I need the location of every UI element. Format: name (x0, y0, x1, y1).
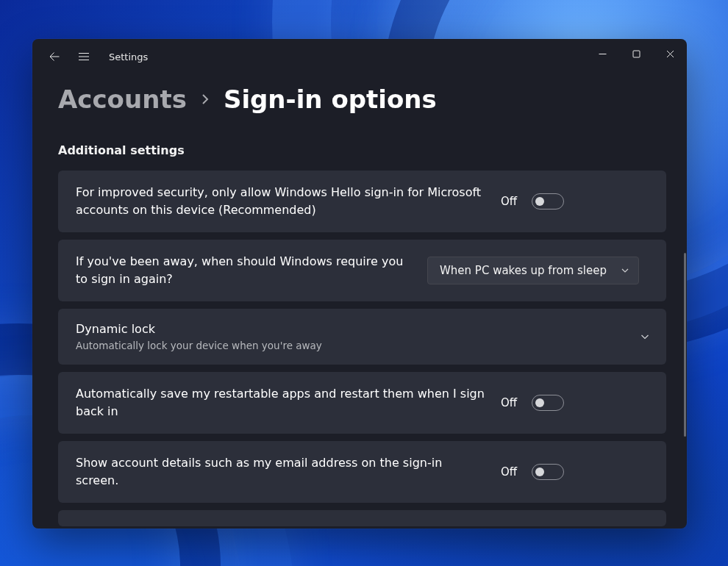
setting-label: Show account details such as my email ad… (76, 454, 488, 490)
minimize-button[interactable] (585, 42, 619, 65)
close-button[interactable] (653, 42, 687, 65)
toggle-knob-icon (535, 468, 544, 476)
toggle-state-label: Off (501, 465, 517, 479)
toggle-show-account-details[interactable] (532, 464, 564, 480)
setting-label: Automatically save my restartable apps a… (76, 385, 488, 420)
hamburger-icon (78, 51, 90, 62)
setting-windows-hello-only: For improved security, only allow Window… (58, 171, 666, 232)
maximize-icon (632, 50, 640, 58)
toggle-knob-icon (535, 197, 544, 206)
back-button[interactable] (40, 42, 69, 71)
setting-require-signin: If you've been away, when should Windows… (58, 240, 666, 301)
svg-rect-0 (633, 51, 640, 57)
setting-partial (58, 510, 666, 526)
section-heading: Additional settings (58, 143, 666, 157)
setting-label: If you've been away, when should Windows… (76, 253, 414, 288)
arrow-left-icon (49, 51, 60, 62)
chevron-right-icon (200, 94, 210, 104)
breadcrumb: Accounts Sign-in options (58, 85, 666, 114)
dropdown-value: When PC wakes up from sleep (440, 264, 613, 277)
chevron-down-icon (640, 332, 650, 342)
toggle-restart-apps[interactable] (532, 395, 564, 411)
window-title: Settings (109, 51, 148, 62)
toggle-state-label: Off (501, 396, 517, 409)
breadcrumb-current: Sign-in options (224, 85, 437, 114)
setting-title: Dynamic lock (76, 320, 488, 338)
content-area: Accounts Sign-in options Additional sett… (32, 74, 687, 529)
close-icon (666, 50, 674, 58)
settings-list: For improved security, only allow Window… (58, 171, 666, 526)
setting-restart-apps: Automatically save my restartable apps a… (58, 372, 666, 434)
chevron-down-icon (621, 266, 629, 275)
minimize-icon (599, 50, 607, 58)
setting-show-account-details: Show account details such as my email ad… (58, 441, 666, 503)
require-signin-dropdown[interactable]: When PC wakes up from sleep (427, 257, 639, 284)
toggle-knob-icon (535, 398, 544, 407)
settings-window: Settings Accounts Sign-in options Additi… (32, 39, 687, 529)
maximize-button[interactable] (619, 42, 653, 65)
nav-menu-button[interactable] (69, 42, 99, 71)
setting-label: For improved security, only allow Window… (76, 184, 488, 219)
toggle-state-label: Off (501, 195, 517, 208)
setting-subtitle: Automatically lock your device when you'… (76, 340, 627, 353)
scrollbar-thumb[interactable] (684, 253, 686, 437)
setting-dynamic-lock[interactable]: Dynamic lock Automatically lock your dev… (58, 309, 666, 365)
title-bar: Settings (32, 39, 687, 74)
toggle-windows-hello-only[interactable] (532, 193, 564, 209)
breadcrumb-parent[interactable]: Accounts (58, 85, 187, 114)
